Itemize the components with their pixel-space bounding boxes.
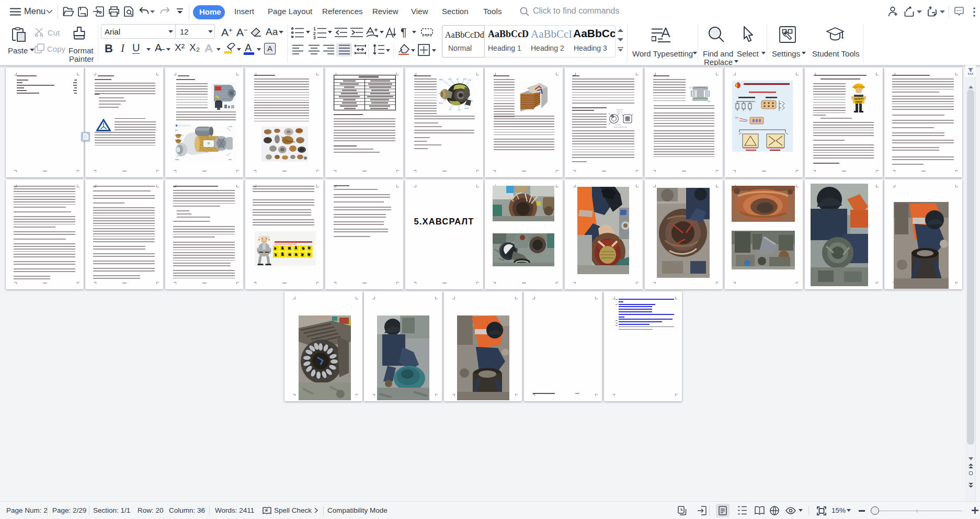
svg-text:рет: рет: [175, 129, 178, 131]
svg-text:обм: обм: [468, 79, 471, 81]
svg-text:вал: вал: [229, 159, 232, 161]
svg-text:рег: рег: [457, 78, 459, 80]
svg-text:шар: шар: [175, 159, 179, 161]
svg-text:крыш: крыш: [439, 102, 443, 104]
svg-text:Шу: Шу: [735, 116, 738, 119]
svg-text:SAFETY: SAFETY: [854, 98, 863, 100]
svg-text:стат: стат: [458, 109, 461, 110]
svg-text:FIRST: FIRST: [855, 101, 862, 104]
svg-text:стат: стат: [229, 126, 232, 128]
svg-text:шкив: шкив: [463, 78, 466, 80]
svg-text:диод: диод: [465, 107, 469, 109]
svg-text:щетк: щетк: [448, 78, 452, 80]
svg-text:К 10.2022 г.: К 10.2022 г.: [616, 109, 623, 111]
svg-text:подш: подш: [439, 78, 443, 81]
svg-text:рот: рот: [449, 108, 452, 110]
svg-text:ш2: ш2: [708, 100, 710, 103]
svg-text:3: 3: [313, 35, 316, 39]
svg-text:ш1: ш1: [689, 87, 691, 89]
svg-text:рс 29-31: рс 29-31: [616, 124, 621, 126]
svg-text:схема эл.: схема эл.: [617, 111, 623, 113]
svg-text:Балансборд 10.3 мм: Балансборд 10.3 мм: [614, 126, 627, 128]
